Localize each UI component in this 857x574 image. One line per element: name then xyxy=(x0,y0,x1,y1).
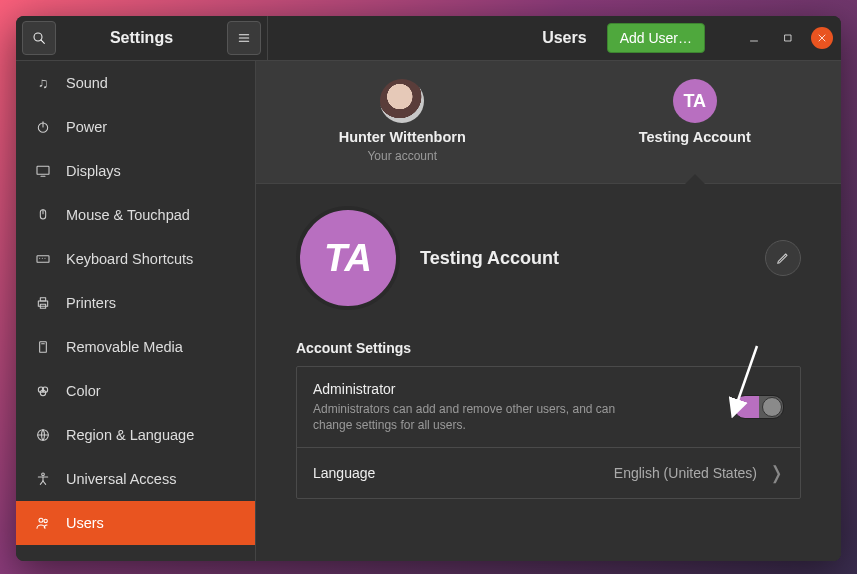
sidebar-item-label: Displays xyxy=(66,163,121,179)
displays-icon xyxy=(34,162,52,180)
edit-name-button[interactable] xyxy=(765,240,801,276)
sidebar-item-label: Printers xyxy=(66,295,116,311)
account-tab-own[interactable]: Hunter Wittenborn Your account xyxy=(256,79,549,183)
svg-point-29 xyxy=(42,473,45,476)
menu-button[interactable] xyxy=(227,21,261,55)
svg-rect-20 xyxy=(40,298,45,301)
language-value: English (United States) xyxy=(614,465,757,481)
minimize-icon xyxy=(748,32,760,44)
maximize-icon xyxy=(782,32,794,44)
minimize-button[interactable] xyxy=(743,27,765,49)
close-icon xyxy=(816,32,828,44)
sidebar-item-label: Region & Language xyxy=(66,427,194,443)
accessibility-icon xyxy=(34,470,52,488)
pencil-icon xyxy=(775,250,791,266)
sidebar-item-printers[interactable]: Printers xyxy=(16,281,255,325)
big-avatar: TA xyxy=(296,206,400,310)
svg-line-33 xyxy=(43,481,46,484)
region-icon xyxy=(34,426,52,444)
chevron-right-icon: ❭ xyxy=(769,462,784,484)
account-detail-panel: TA Testing Account Account Settings Admi… xyxy=(256,183,841,561)
avatar: TA xyxy=(673,79,717,123)
admin-row: Administrator Administrators can add and… xyxy=(297,367,800,448)
sound-icon: ♫ xyxy=(34,74,52,92)
power-icon xyxy=(34,118,52,136)
account-settings-heading: Account Settings xyxy=(296,340,801,356)
sidebar-item-accessibility[interactable]: Universal Access xyxy=(16,457,255,501)
sidebar-item-label: Sound xyxy=(66,75,108,91)
add-user-button[interactable]: Add User… xyxy=(607,23,705,53)
sidebar-item-color[interactable]: Color xyxy=(16,369,255,413)
sidebar-item-label: Removable Media xyxy=(66,339,183,355)
admin-row-text: Administrator Administrators can add and… xyxy=(313,381,722,433)
sidebar-item-power[interactable]: Power xyxy=(16,105,255,149)
sidebar-item-label: Power xyxy=(66,119,107,135)
window-body: ♫ Sound Power Displays Mouse & Touchpad … xyxy=(16,61,841,561)
account-header-row: TA Testing Account xyxy=(296,206,801,310)
language-label: Language xyxy=(313,465,602,481)
admin-toggle[interactable] xyxy=(734,395,784,419)
language-row-text: Language xyxy=(313,465,602,481)
account-tab-other[interactable]: TA Testing Account xyxy=(549,79,842,183)
sidebar-item-sound[interactable]: ♫ Sound xyxy=(16,61,255,105)
close-button[interactable] xyxy=(811,27,833,49)
keyboard-icon xyxy=(34,250,52,268)
account-name: Testing Account xyxy=(639,129,751,145)
avatar xyxy=(380,79,424,123)
printers-icon xyxy=(34,294,52,312)
sidebar-item-removable[interactable]: Removable Media xyxy=(16,325,255,369)
app-title: Settings xyxy=(62,29,221,47)
svg-rect-6 xyxy=(785,35,791,41)
settings-window: Settings Users Add User… ♫ Sound xyxy=(16,16,841,561)
account-name: Hunter Wittenborn xyxy=(339,129,466,145)
svg-point-35 xyxy=(44,519,47,522)
sidebar-item-label: Users xyxy=(66,515,104,531)
sidebar: ♫ Sound Power Displays Mouse & Touchpad … xyxy=(16,61,256,561)
color-icon xyxy=(34,382,52,400)
svg-rect-19 xyxy=(38,301,47,306)
svg-line-1 xyxy=(41,40,44,43)
section-title: Users xyxy=(542,29,594,47)
svg-point-34 xyxy=(39,518,43,522)
removable-icon xyxy=(34,338,52,356)
sidebar-item-users[interactable]: Users xyxy=(16,501,255,545)
search-icon xyxy=(31,30,47,46)
accounts-row: Hunter Wittenborn Your account TA Testin… xyxy=(256,61,841,183)
sidebar-item-label: Universal Access xyxy=(66,471,176,487)
svg-rect-15 xyxy=(37,256,49,263)
sidebar-item-region[interactable]: Region & Language xyxy=(16,413,255,457)
users-icon xyxy=(34,514,52,532)
sidebar-item-mouse[interactable]: Mouse & Touchpad xyxy=(16,193,255,237)
mouse-icon xyxy=(34,206,52,224)
sidebar-item-keyboard[interactable]: Keyboard Shortcuts xyxy=(16,237,255,281)
admin-label: Administrator xyxy=(313,381,722,397)
titlebar-right: Users Add User… xyxy=(268,23,841,53)
titlebar-left: Settings xyxy=(16,16,268,60)
sidebar-item-displays[interactable]: Displays xyxy=(16,149,255,193)
svg-rect-11 xyxy=(37,166,49,174)
sidebar-item-label: Color xyxy=(66,383,101,399)
account-subtitle: Your account xyxy=(367,149,437,163)
admin-description: Administrators can add and remove other … xyxy=(313,401,643,433)
hamburger-icon xyxy=(236,30,252,46)
language-row[interactable]: Language English (United States) ❭ xyxy=(297,448,800,498)
search-button[interactable] xyxy=(22,21,56,55)
svg-line-32 xyxy=(40,481,43,484)
sidebar-item-label: Mouse & Touchpad xyxy=(66,207,190,223)
account-settings-box: Administrator Administrators can add and… xyxy=(296,366,801,499)
toggle-knob xyxy=(762,397,782,417)
sidebar-item-label: Keyboard Shortcuts xyxy=(66,251,193,267)
titlebar: Settings Users Add User… xyxy=(16,16,841,61)
account-display-name: Testing Account xyxy=(420,248,745,269)
content-pane: Hunter Wittenborn Your account TA Testin… xyxy=(256,61,841,561)
maximize-button[interactable] xyxy=(777,27,799,49)
